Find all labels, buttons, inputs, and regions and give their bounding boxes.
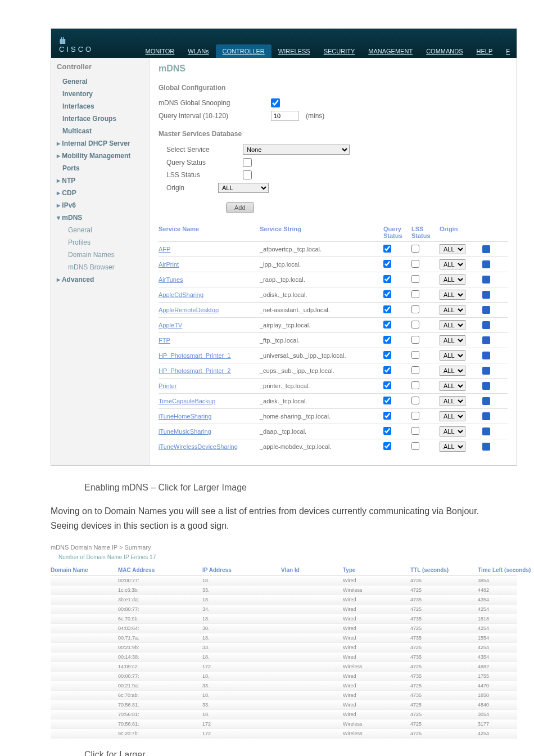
service-query-checkbox[interactable] [383, 427, 391, 435]
service-query-checkbox[interactable] [383, 305, 391, 313]
service-lss-checkbox[interactable] [411, 427, 419, 435]
service-lss-checkbox[interactable] [411, 260, 419, 268]
sidebar-item-cdp[interactable]: CDP [57, 187, 143, 199]
service-query-checkbox[interactable] [383, 275, 391, 283]
service-query-checkbox[interactable] [383, 290, 391, 298]
query-status-checkbox[interactable] [243, 158, 252, 167]
sidebar-item-interface-groups[interactable]: Interface Groups [57, 112, 143, 125]
add-button[interactable]: Add [226, 202, 254, 213]
action-icon[interactable] [482, 352, 490, 359]
service-lss-checkbox[interactable] [411, 381, 419, 389]
sidebar-item-ipv6[interactable]: IPv6 [57, 199, 143, 212]
nav-tab-wlans[interactable]: WLANs [181, 44, 215, 58]
service-origin-select[interactable]: ALL [440, 381, 465, 391]
service-query-checkbox[interactable] [383, 351, 391, 359]
nav-tab-wireless[interactable]: WIRELESS [271, 44, 317, 58]
service-name-link[interactable]: TimeCapsuleBackup [159, 398, 260, 404]
nav-tab-monitor[interactable]: MONITOR [139, 44, 182, 58]
service-query-checkbox[interactable] [383, 260, 391, 268]
service-lss-checkbox[interactable] [411, 397, 419, 404]
service-query-checkbox[interactable] [383, 412, 391, 420]
service-lss-checkbox[interactable] [411, 275, 419, 283]
action-icon[interactable] [482, 428, 490, 435]
service-lss-checkbox[interactable] [411, 305, 419, 313]
action-icon[interactable] [482, 367, 490, 375]
origin-dropdown[interactable]: ALL [218, 183, 269, 193]
action-icon[interactable] [482, 443, 490, 451]
service-name-link[interactable]: AppleCdSharing [159, 291, 260, 298]
service-lss-checkbox[interactable] [411, 351, 419, 359]
service-origin-select[interactable]: ALL [440, 305, 465, 315]
sidebar-item-interfaces[interactable]: Interfaces [57, 100, 143, 112]
service-query-checkbox[interactable] [383, 245, 391, 253]
service-lss-checkbox[interactable] [411, 366, 419, 374]
action-icon[interactable] [482, 291, 490, 299]
sidebar-item-multicast[interactable]: Multicast [57, 125, 143, 137]
service-name-link[interactable]: iTuneMusicSharing [159, 428, 260, 435]
nav-tab-f[interactable]: F [499, 44, 517, 58]
nav-tab-commands[interactable]: COMMANDS [419, 44, 469, 58]
service-query-checkbox[interactable] [383, 366, 391, 374]
action-icon[interactable] [482, 276, 490, 284]
service-name-link[interactable]: iTuneWirelessDeviceSharing [159, 443, 260, 450]
lss-status-checkbox[interactable] [243, 170, 252, 179]
service-origin-select[interactable]: ALL [440, 259, 465, 269]
action-icon[interactable] [482, 306, 490, 314]
service-origin-select[interactable]: ALL [440, 320, 465, 330]
sidebar-subitem-general[interactable]: General [57, 224, 143, 236]
sidebar-subitem-mdns-browser[interactable]: mDNS Browser [57, 261, 143, 273]
nav-tab-controller[interactable]: CONTROLLER [216, 44, 271, 58]
service-name-link[interactable]: iTuneHomeSharing [159, 413, 260, 420]
service-lss-checkbox[interactable] [411, 290, 419, 298]
action-icon[interactable] [482, 321, 490, 329]
action-icon[interactable] [482, 336, 490, 344]
action-icon[interactable] [482, 245, 490, 253]
sidebar-item-advanced[interactable]: Advanced [57, 273, 143, 286]
service-origin-select[interactable]: ALL [440, 335, 465, 345]
sidebar-subitem-domain-names[interactable]: Domain Names [57, 249, 143, 261]
service-name-link[interactable]: AppleRemoteDesktop [159, 307, 260, 313]
service-query-checkbox[interactable] [383, 397, 391, 404]
service-origin-select[interactable]: ALL [440, 244, 465, 254]
sidebar-item-ports[interactable]: Ports [57, 162, 143, 174]
service-name-link[interactable]: Printer [159, 382, 260, 389]
select-service-dropdown[interactable]: None [243, 145, 350, 155]
service-origin-select[interactable]: ALL [440, 366, 465, 376]
nav-tab-management[interactable]: MANAGEMENT [361, 44, 419, 58]
service-lss-checkbox[interactable] [411, 442, 419, 450]
service-origin-select[interactable]: ALL [440, 426, 465, 436]
service-name-link[interactable]: AirTunes [159, 276, 260, 283]
snooping-checkbox[interactable] [271, 98, 280, 107]
sidebar-item-mdns[interactable]: mDNS [57, 212, 143, 224]
service-query-checkbox[interactable] [383, 321, 391, 328]
service-origin-select[interactable]: ALL [440, 411, 465, 421]
action-icon[interactable] [482, 382, 490, 390]
service-lss-checkbox[interactable] [411, 336, 419, 344]
service-lss-checkbox[interactable] [411, 321, 419, 328]
sidebar-item-ntp[interactable]: NTP [57, 174, 143, 187]
service-origin-select[interactable]: ALL [440, 442, 465, 452]
service-name-link[interactable]: HP_Photosmart_Printer_1 [159, 352, 260, 359]
service-origin-select[interactable]: ALL [440, 290, 465, 300]
sidebar-item-general[interactable]: General [57, 75, 143, 88]
service-name-link[interactable]: AirPrint [159, 261, 260, 268]
service-query-checkbox[interactable] [383, 336, 391, 344]
nav-tab-security[interactable]: SECURITY [317, 44, 362, 58]
service-query-checkbox[interactable] [383, 381, 391, 389]
service-origin-select[interactable]: ALL [440, 274, 465, 285]
action-icon[interactable] [482, 260, 490, 268]
service-lss-checkbox[interactable] [411, 245, 419, 253]
service-lss-checkbox[interactable] [411, 412, 419, 420]
query-interval-input[interactable] [271, 111, 299, 121]
action-icon[interactable] [482, 397, 490, 405]
service-origin-select[interactable]: ALL [440, 396, 465, 406]
sidebar-item-mobility-management[interactable]: Mobility Management [57, 150, 143, 162]
sidebar-subitem-profiles[interactable]: Profiles [57, 236, 143, 249]
service-query-checkbox[interactable] [383, 442, 391, 450]
sidebar-item-internal-dhcp-server[interactable]: Internal DHCP Server [57, 137, 143, 150]
nav-tab-help[interactable]: HELP [470, 44, 500, 58]
service-name-link[interactable]: FTP [159, 337, 260, 344]
service-name-link[interactable]: HP_Photosmart_Printer_2 [159, 367, 260, 374]
service-name-link[interactable]: AFP [159, 246, 260, 253]
service-name-link[interactable]: AppleTV [159, 322, 260, 328]
